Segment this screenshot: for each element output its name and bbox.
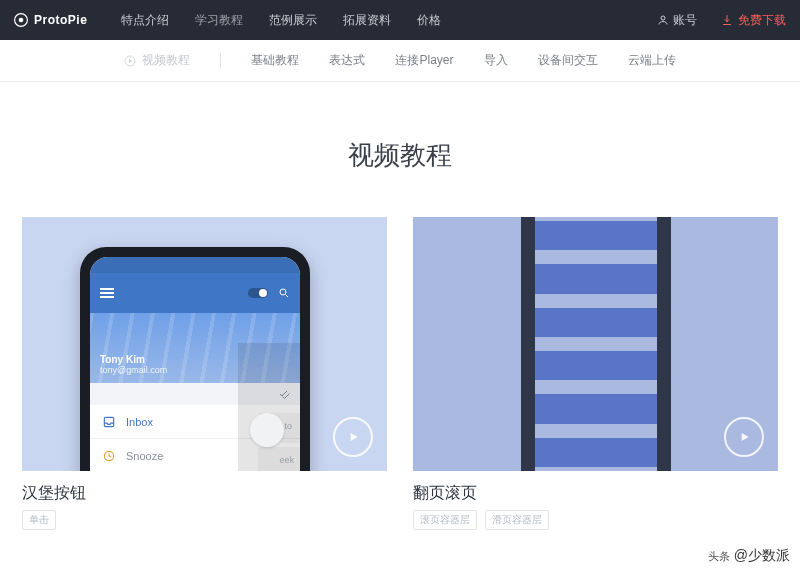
page-title: 视频教程: [0, 138, 800, 173]
top-navbar: ProtoPie 特点介绍 学习教程 范例展示 拓展资料 价格 账号 免费下载: [0, 0, 800, 40]
ghost-row: eek: [258, 447, 300, 471]
video-card-scroll[interactable]: 翻页滚页 滚页容器层 滑页容器层: [413, 217, 778, 530]
subnav-player[interactable]: 连接Player: [395, 52, 453, 69]
primary-nav: 特点介绍 学习教程 范例展示 拓展资料 价格: [121, 12, 441, 29]
watermark-author: @少数派: [734, 547, 790, 565]
inbox-icon: [102, 415, 116, 429]
svg-line-5: [286, 295, 289, 298]
ladder-graphic: [521, 217, 671, 471]
logo-icon: [14, 13, 28, 27]
subnav-cloud[interactable]: 云端上传: [628, 52, 676, 69]
play-button[interactable]: [333, 417, 373, 457]
watermark-prefix: 头条: [708, 549, 730, 564]
sub-navbar: 视频教程 基础教程 表达式 连接Player 导入 设备间交互 云端上传: [0, 40, 800, 82]
user-icon: [657, 14, 669, 26]
subnav-video[interactable]: 视频教程: [124, 52, 190, 69]
account-link[interactable]: 账号: [657, 12, 697, 29]
clock-icon: [102, 449, 116, 463]
phone-statusbar: [90, 257, 300, 273]
subnav-basics[interactable]: 基础教程: [251, 52, 299, 69]
play-button[interactable]: [724, 417, 764, 457]
tag: 滚页容器层: [413, 510, 477, 530]
brand-logo[interactable]: ProtoPie: [14, 13, 87, 27]
video-card-hamburger[interactable]: Tony Kim tony@gmail.com Inbox Snooze: [22, 217, 387, 530]
play-circle-icon: [124, 55, 136, 67]
nav-features[interactable]: 特点介绍: [121, 12, 169, 29]
search-icon: [278, 287, 290, 299]
card-thumbnail: Tony Kim tony@gmail.com Inbox Snooze: [22, 217, 387, 471]
fab-circle: [250, 413, 284, 447]
svg-rect-6: [104, 417, 113, 426]
subnav-expression[interactable]: 表达式: [329, 52, 365, 69]
card-tags: 滚页容器层 滑页容器层: [413, 510, 778, 530]
phone-appbar: [90, 273, 300, 313]
download-label: 免费下载: [738, 12, 786, 29]
tag: 滑页容器层: [485, 510, 549, 530]
hamburger-icon: [100, 286, 114, 300]
card-tags: 单击: [22, 510, 387, 530]
nav-pricing[interactable]: 价格: [417, 12, 441, 29]
brand-text: ProtoPie: [34, 13, 87, 27]
card-title: 翻页滚页: [413, 483, 778, 504]
phone-mockup: Tony Kim tony@gmail.com Inbox Snooze: [80, 247, 310, 471]
nav-examples[interactable]: 范例展示: [269, 12, 317, 29]
svg-point-4: [280, 289, 286, 295]
card-title: 汉堡按钮: [22, 483, 387, 504]
card-thumbnail: [413, 217, 778, 471]
download-icon: [721, 14, 733, 26]
subnav-import[interactable]: 导入: [484, 52, 508, 69]
subnav-divider: [220, 53, 221, 69]
svg-point-1: [19, 18, 24, 23]
tag: 单击: [22, 510, 56, 530]
account-label: 账号: [673, 12, 697, 29]
nav-resources[interactable]: 拓展资料: [343, 12, 391, 29]
svg-point-2: [661, 16, 665, 20]
nav-learn[interactable]: 学习教程: [195, 12, 243, 29]
card-grid: Tony Kim tony@gmail.com Inbox Snooze: [0, 173, 800, 530]
watermark: 头条 @少数派: [708, 547, 790, 565]
subnav-device[interactable]: 设备间交互: [538, 52, 598, 69]
download-button[interactable]: 免费下载: [721, 12, 786, 29]
toggle-icon: [248, 288, 268, 298]
